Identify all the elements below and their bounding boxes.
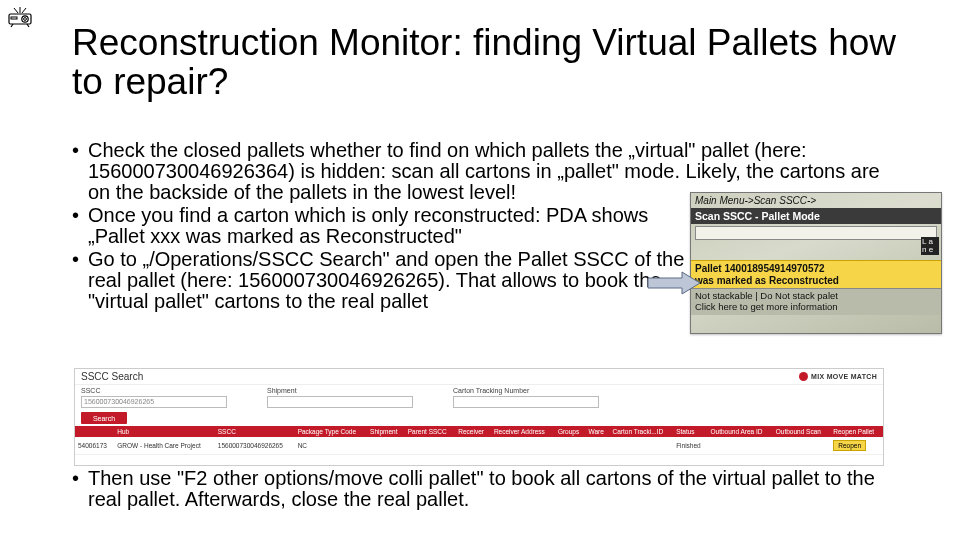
svg-line-6 [22, 8, 26, 13]
pda-info-line2: Click here to get more information [695, 302, 937, 313]
bullet-3: Go to „/Operations/SSCC Search" and open… [72, 249, 688, 312]
field-sscc: 156000730046926265 [81, 396, 227, 408]
field-ctn [453, 396, 599, 408]
pda-input [695, 226, 937, 240]
label-ctn: Carton Tracking Number [453, 387, 599, 394]
svg-point-2 [24, 18, 27, 21]
bullet-2: Once you find a carton which is only rec… [72, 205, 688, 247]
sscc-screenshot: SSCC Search MIX MOVE MATCH SSCC 15600073… [74, 368, 884, 466]
pda-warning-line2: was marked as Reconstructed [695, 275, 937, 287]
pda-warning: Pallet 140018954914970572 was marked as … [691, 260, 941, 288]
label-sscc: SSCC [81, 387, 227, 394]
pda-warning-line1: Pallet 140018954914970572 [695, 263, 937, 275]
svg-rect-3 [11, 17, 17, 19]
sscc-title: SSCC Search [81, 371, 143, 382]
search-button: Search [81, 412, 127, 424]
svg-line-4 [14, 8, 18, 13]
sscc-table: Hub SSCC Package Type Code Shipment Pare… [75, 426, 883, 455]
bullet-4: Then use "F2 other options/move colli pa… [72, 468, 908, 510]
projector-icon [8, 6, 32, 28]
sscc-logo: MIX MOVE MATCH [799, 372, 877, 381]
pda-header: Scan SSCC - Pallet Mode [691, 208, 941, 224]
pda-side-label: L a n e [921, 237, 939, 255]
svg-point-1 [22, 16, 28, 22]
pda-breadcrumb: Main Menu->Scan SSCC-> [691, 193, 941, 208]
field-shipment [267, 396, 413, 408]
slide-title: Reconstruction Monitor: finding Virtual … [72, 24, 920, 102]
pda-screenshot: Main Menu->Scan SSCC-> Scan SSCC - Palle… [690, 192, 942, 334]
arrow-icon [646, 268, 702, 298]
label-shipment: Shipment [267, 387, 413, 394]
reopen-button: Reopen [833, 440, 866, 451]
table-row: 54006173 GROW - Health Care Project 1560… [75, 437, 883, 455]
svg-marker-9 [648, 272, 700, 294]
pda-info: Not stackable | Do Not stack palet Click… [691, 288, 941, 315]
